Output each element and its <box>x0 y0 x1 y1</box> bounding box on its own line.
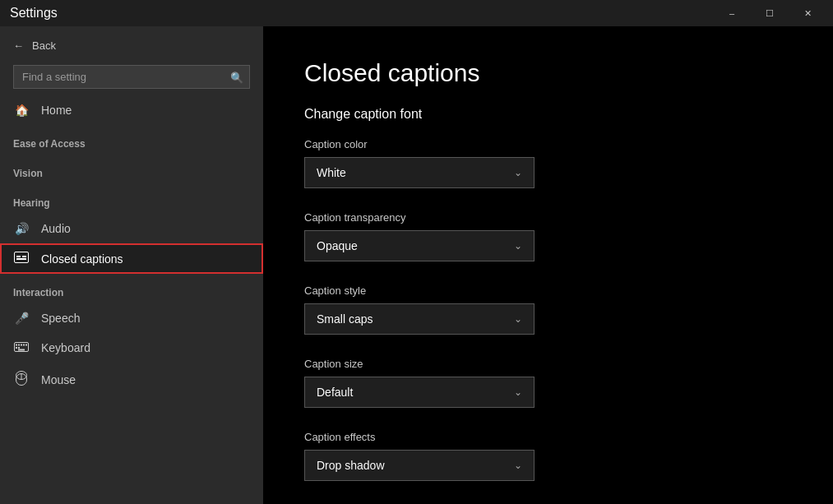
keyboard-icon <box>13 341 30 354</box>
caption-transparency-value: Opaque <box>317 239 358 252</box>
mouse-icon <box>13 371 30 388</box>
svg-rect-1 <box>16 256 21 257</box>
caption-size-label: Caption size <box>304 358 792 370</box>
caption-color-chevron: ⌄ <box>514 167 522 178</box>
keyboard-label: Keyboard <box>41 341 90 354</box>
setting-group-caption-transparency: Caption transparency Opaque ⌄ <box>304 211 792 261</box>
search-icon: 🔍 <box>230 71 243 83</box>
sidebar-home-label: Home <box>41 104 72 117</box>
home-icon: 🏠 <box>13 104 30 117</box>
sidebar-item-keyboard[interactable]: Keyboard <box>0 333 263 363</box>
caption-color-value: White <box>317 166 346 179</box>
setting-group-caption-style: Caption style Small caps ⌄ <box>304 284 792 335</box>
app-body: ← Back 🔍 🏠 Home Ease of Access Vision He… <box>0 26 833 504</box>
main-content: Closed captions Change caption font Capt… <box>263 26 833 504</box>
sidebar-item-audio[interactable]: 🔊 Audio <box>0 214 263 243</box>
back-icon: ← <box>13 39 24 52</box>
section-label-hearing: Hearing <box>0 184 263 214</box>
close-button[interactable]: ✕ <box>789 0 826 26</box>
title-bar: Settings – ☐ ✕ <box>0 0 833 26</box>
closed-captions-label: Closed captions <box>41 252 123 266</box>
caption-size-value: Default <box>317 386 353 399</box>
svg-rect-0 <box>15 252 29 263</box>
audio-icon: 🔊 <box>13 222 30 235</box>
svg-rect-11 <box>18 347 20 349</box>
section-label-interaction: Interaction <box>0 274 263 303</box>
svg-rect-6 <box>18 344 20 346</box>
svg-rect-3 <box>16 258 26 260</box>
audio-label: Audio <box>41 222 71 235</box>
caption-style-chevron: ⌄ <box>514 313 522 325</box>
svg-rect-12 <box>18 349 25 351</box>
back-label: Back <box>32 39 56 52</box>
speech-label: Speech <box>41 312 80 325</box>
svg-rect-10 <box>16 347 17 349</box>
caption-style-value: Small caps <box>317 312 373 326</box>
setting-group-caption-size: Caption size Default ⌄ <box>304 358 792 408</box>
minimize-button[interactable]: – <box>713 0 751 26</box>
caption-color-label: Caption color <box>304 138 792 150</box>
caption-transparency-label: Caption transparency <box>304 211 792 224</box>
caption-effects-value: Drop shadow <box>317 459 385 472</box>
caption-style-label: Caption style <box>304 284 792 297</box>
back-button[interactable]: ← Back <box>0 33 263 58</box>
sidebar-search-container: 🔍 <box>13 65 250 89</box>
caption-size-chevron: ⌄ <box>514 386 522 398</box>
title-bar-controls: – ☐ ✕ <box>713 0 826 26</box>
title-bar-title: Settings <box>10 6 58 21</box>
svg-rect-2 <box>22 256 26 257</box>
setting-group-caption-color: Caption color White ⌄ <box>304 138 792 188</box>
mouse-label: Mouse <box>41 373 76 386</box>
section-title: Change caption font <box>304 107 792 122</box>
sidebar-item-home[interactable]: 🏠 Home <box>0 95 263 125</box>
maximize-button[interactable]: ☐ <box>751 0 789 26</box>
caption-transparency-dropdown[interactable]: Opaque ⌄ <box>304 230 535 261</box>
sidebar-item-closed-captions[interactable]: Closed captions <box>0 243 263 274</box>
title-bar-left: Settings <box>10 6 58 21</box>
caption-color-dropdown[interactable]: White ⌄ <box>304 157 535 188</box>
closed-captions-icon <box>13 252 30 266</box>
caption-effects-chevron: ⌄ <box>514 460 522 471</box>
sidebar-item-speech[interactable]: 🎤 Speech <box>0 303 263 333</box>
svg-rect-8 <box>23 344 25 346</box>
caption-transparency-chevron: ⌄ <box>514 240 522 252</box>
svg-rect-5 <box>16 344 17 346</box>
caption-effects-label: Caption effects <box>304 431 792 443</box>
section-label-ease-of-access: Ease of Access <box>0 125 263 155</box>
svg-rect-7 <box>21 344 22 346</box>
search-input[interactable] <box>13 65 250 89</box>
caption-size-dropdown[interactable]: Default ⌄ <box>304 377 535 408</box>
page-title: Closed captions <box>304 59 792 87</box>
svg-rect-9 <box>25 344 27 346</box>
caption-style-dropdown[interactable]: Small caps ⌄ <box>304 303 535 335</box>
caption-effects-dropdown[interactable]: Drop shadow ⌄ <box>304 450 535 481</box>
sidebar: ← Back 🔍 🏠 Home Ease of Access Vision He… <box>0 26 263 504</box>
setting-group-caption-effects: Caption effects Drop shadow ⌄ <box>304 431 792 481</box>
sidebar-item-mouse[interactable]: Mouse <box>0 363 263 396</box>
speech-icon: 🎤 <box>13 312 30 325</box>
section-label-vision: Vision <box>0 155 263 184</box>
